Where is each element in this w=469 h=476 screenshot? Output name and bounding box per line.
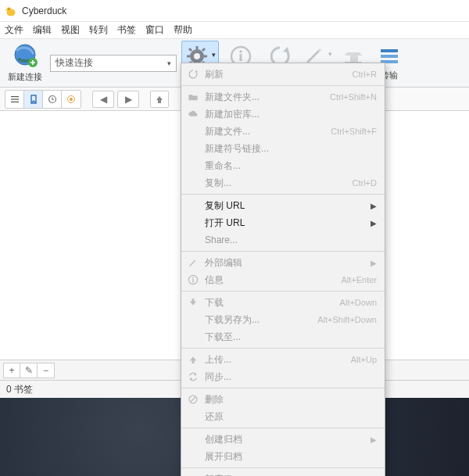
menu-separator [181, 467, 385, 468]
svg-line-13 [202, 48, 205, 51]
menu-item: 新建加密库... [181, 106, 385, 123]
svg-rect-20 [381, 49, 398, 52]
menu-item-label: 复制... [205, 177, 348, 190]
add-bookmark-button[interactable]: + [3, 363, 20, 378]
window-title: Cyberduck [22, 5, 66, 16]
menu-item-label: 打开 URL [205, 217, 366, 230]
menu-item-label: 信息 [205, 274, 336, 287]
blank-icon [186, 313, 200, 327]
svg-line-34 [191, 397, 196, 403]
blank-icon [186, 432, 200, 446]
menu-item-label: 上传... [205, 353, 346, 367]
menu-item-label: Share... [205, 234, 377, 245]
menu-item: 删除 [181, 391, 385, 408]
quick-connect-placeholder: 快速连接 [55, 56, 93, 70]
menu-separator [181, 348, 385, 349]
blank-icon [186, 176, 200, 190]
blank-icon [186, 124, 200, 138]
menu-separator [181, 251, 385, 252]
menu-item-label: 下载另存为... [205, 313, 313, 327]
new-connection-label: 新建连接 [8, 71, 42, 83]
view-bonjour-button[interactable] [62, 91, 81, 108]
app-icon [5, 5, 17, 17]
menu-item-label: 展开归档 [205, 450, 377, 463]
cloud-icon [186, 107, 200, 121]
menu-help[interactable]: 帮助 [174, 23, 192, 37]
view-list-button[interactable] [5, 91, 24, 108]
svg-line-11 [189, 48, 192, 51]
sync-icon [186, 370, 200, 384]
edit-bookmark-button[interactable]: ✎ [20, 363, 38, 378]
submenu-arrow-icon: ▶ [371, 259, 377, 267]
menu-edit[interactable]: 编辑 [33, 23, 52, 37]
menu-separator [181, 291, 385, 292]
menu-item: 新建符号链接... [181, 140, 385, 157]
new-connection-button[interactable]: 新建连接 [5, 41, 45, 86]
menu-item-label: 下载至... [205, 331, 377, 344]
menu-item-shortcut: Alt+Enter [341, 275, 377, 285]
menu-item-shortcut: Alt+Down [340, 298, 377, 307]
svg-point-15 [194, 53, 200, 59]
blank-icon [186, 472, 200, 476]
submenu-arrow-icon: ▶ [371, 435, 377, 444]
menu-item[interactable]: 复制 URL▶ [181, 197, 385, 214]
svg-point-2 [9, 8, 9, 9]
blank-icon [186, 449, 200, 463]
svg-point-17 [239, 50, 242, 53]
menu-item-shortcut: Alt+Shift+Down [317, 315, 377, 324]
menu-file[interactable]: 文件 [5, 23, 23, 37]
quick-connect-combo[interactable]: 快速连接 [50, 55, 177, 72]
menu-item: 刷新Ctrl+R [181, 66, 385, 83]
pencil-icon [186, 256, 200, 270]
menu-item: 还原 [181, 408, 385, 425]
menu-item-shortcut: Alt+Up [351, 355, 377, 364]
svg-rect-25 [11, 101, 19, 102]
nav-forward-button[interactable]: ▶ [117, 91, 139, 108]
info-icon [186, 273, 200, 287]
svg-rect-32 [192, 279, 193, 283]
nav-back-button[interactable]: ◀ [92, 91, 114, 108]
svg-rect-21 [381, 55, 398, 58]
forbid-icon [186, 392, 200, 406]
menu-go[interactable]: 转到 [89, 23, 108, 37]
svg-point-31 [192, 277, 194, 278]
menu-item-label: 重命名... [205, 159, 377, 173]
menu-item-label: 新建加密库... [205, 108, 377, 121]
menu-item-label: 新窗口 [205, 473, 377, 477]
svg-rect-18 [240, 54, 242, 61]
menu-item: 复制...Ctrl+D [181, 174, 385, 191]
menu-item: Share... [181, 231, 385, 249]
nav-up-button[interactable] [150, 91, 169, 108]
view-bookmarks-button[interactable] [24, 91, 43, 108]
menu-item: 展开归档 [181, 448, 385, 465]
titlebar: Cyberduck [0, 0, 469, 22]
remove-bookmark-button[interactable]: − [38, 363, 55, 378]
menu-item-label: 同步... [205, 370, 377, 384]
globe-icon [12, 43, 38, 70]
menu-item: 新窗口 [181, 471, 385, 476]
menu-item-label: 下载 [205, 296, 335, 310]
menu-separator [181, 85, 385, 86]
menu-view[interactable]: 视图 [61, 23, 80, 37]
upload-icon [186, 353, 200, 367]
svg-rect-24 [11, 98, 19, 99]
svg-point-28 [70, 98, 73, 101]
menu-item: 上传...Alt+Up [181, 351, 385, 368]
menu-separator [181, 388, 385, 388]
menu-window[interactable]: 窗口 [145, 23, 164, 37]
menu-separator [181, 428, 385, 428]
menu-item: 下载至... [181, 328, 385, 345]
menu-item[interactable]: 打开 URL▶ [181, 214, 385, 231]
view-history-button[interactable] [43, 91, 62, 108]
menu-bookmark[interactable]: 书签 [117, 23, 136, 37]
menu-item: 下载另存为...Alt+Shift+Down [181, 311, 385, 328]
menu-item: 新建文件...Ctrl+Shift+F [181, 123, 385, 140]
menu-item-label: 还原 [205, 410, 377, 424]
menu-item-label: 创建归档 [205, 433, 366, 446]
menu-item-label: 删除 [205, 393, 377, 406]
status-text: 0 书签 [6, 383, 33, 396]
refresh-icon [186, 67, 200, 81]
blank-icon [186, 233, 200, 247]
menu-item-label: 新建文件夹... [205, 91, 325, 104]
action-dropdown-menu: 刷新Ctrl+R新建文件夹...Ctrl+Shift+N新建加密库...新建文件… [181, 63, 385, 476]
